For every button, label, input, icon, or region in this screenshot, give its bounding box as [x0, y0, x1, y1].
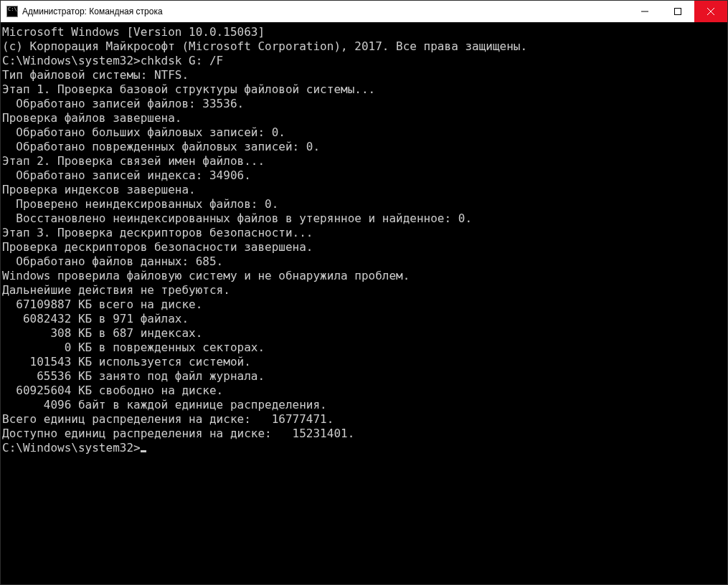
- terminal-line: (c) Корпорация Майкрософт (Microsoft Cor…: [2, 39, 726, 54]
- minimize-icon: [641, 8, 648, 15]
- terminal-line: Этап 1. Проверка базовой структуры файло…: [2, 82, 726, 97]
- minimize-button[interactable]: [628, 1, 661, 22]
- cursor: [141, 450, 146, 452]
- terminal-line: Microsoft Windows [Version 10.0.15063]: [2, 25, 726, 39]
- terminal-line: Windows проверила файловую систему и не …: [2, 269, 726, 283]
- maximize-button[interactable]: [661, 1, 694, 22]
- terminal-line: Обработано файлов данных: 685.: [2, 255, 726, 269]
- terminal-line: 0 КБ в поврежденных секторах.: [2, 341, 726, 355]
- terminal-line: 101543 КБ используется системой.: [2, 355, 726, 369]
- terminal-line: 67109887 КБ всего на диске.: [2, 298, 726, 312]
- terminal-line: Проверено неиндексированных файлов: 0.: [2, 197, 726, 211]
- terminal-line: Этап 2. Проверка связей имен файлов...: [2, 154, 726, 168]
- terminal-line: Всего единиц распределения на диске: 167…: [2, 412, 726, 427]
- terminal-line: Проверка файлов завершена.: [2, 111, 726, 125]
- command-prompt-window: Администратор: Командная строка Microsof…: [0, 0, 728, 585]
- terminal-line: 4096 байт в каждой единице распределения…: [2, 398, 726, 412]
- cmd-icon: [6, 6, 18, 17]
- terminal-line: Восстановлено неиндексированных файлов в…: [2, 211, 726, 226]
- terminal-line: Проверка индексов завершена.: [2, 183, 726, 197]
- close-button[interactable]: [694, 1, 727, 22]
- window-controls: [628, 1, 727, 22]
- terminal-prompt[interactable]: C:\Windows\system32>: [2, 441, 726, 455]
- svg-rect-0: [675, 9, 681, 15]
- terminal-line: Тип файловой системы: NTFS.: [2, 68, 726, 82]
- terminal-line: 6082432 КБ в 971 файлах.: [2, 312, 726, 326]
- close-icon: [707, 8, 714, 15]
- maximize-icon: [674, 8, 681, 15]
- titlebar[interactable]: Администратор: Командная строка: [1, 1, 727, 22]
- terminal-line: Обработано больших файловых записей: 0.: [2, 125, 726, 140]
- terminal-line: 65536 КБ занято под файл журнала.: [2, 369, 726, 384]
- terminal-line: C:\Windows\system32>chkdsk G: /F: [2, 54, 726, 68]
- terminal-line: Доступно единиц распределения на диске: …: [2, 427, 726, 441]
- terminal-line: Обработано поврежденных файловых записей…: [2, 140, 726, 154]
- terminal-output[interactable]: Microsoft Windows [Version 10.0.15063](c…: [1, 22, 727, 584]
- terminal-line: Этап 3. Проверка дескрипторов безопаснос…: [2, 226, 726, 240]
- terminal-line: Обработано записей файлов: 33536.: [2, 97, 726, 111]
- terminal-line: 60925604 КБ свободно на диске.: [2, 384, 726, 398]
- terminal-line: Дальнейшие действия не требуются.: [2, 283, 726, 298]
- window-title: Администратор: Командная строка: [22, 6, 163, 16]
- terminal-line: Проверка дескрипторов безопасности завер…: [2, 240, 726, 255]
- terminal-line: Обработано записей индекса: 34906.: [2, 168, 726, 183]
- terminal-line: 308 КБ в 687 индексах.: [2, 326, 726, 341]
